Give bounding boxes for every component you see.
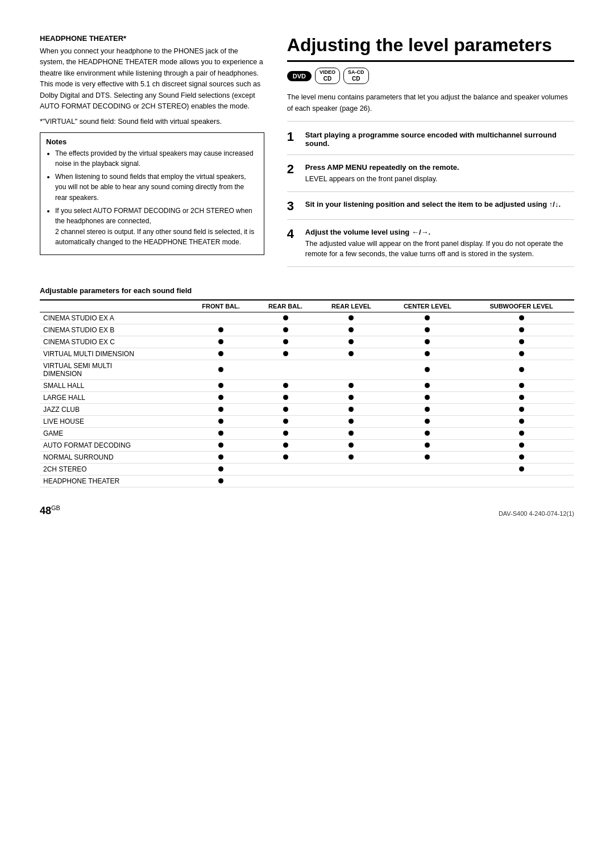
col-header-subwoofer-level: SUBWOOFER LEVEL <box>468 300 574 312</box>
row-cell <box>468 416 574 428</box>
row-cell <box>316 348 386 360</box>
row-cell <box>468 360 574 380</box>
step-4-heading: Adjust the volume level using ←/→. <box>305 228 430 236</box>
dot-icon <box>283 383 288 388</box>
notes-box: Notes The effects provided by the virtua… <box>40 132 264 255</box>
dot-icon <box>519 315 524 320</box>
row-cell <box>387 312 468 324</box>
step-4-body: The adjusted value will appear on the fr… <box>305 239 574 260</box>
dot-icon <box>519 454 524 460</box>
step-2-content: Press AMP MENU repeatedly on the remote.… <box>305 163 574 185</box>
row-label: SMALL HALL <box>40 380 187 392</box>
step-1-content: Start playing a programme source encoded… <box>305 131 574 148</box>
dot-icon <box>218 466 223 471</box>
dot-icon <box>425 407 430 412</box>
row-cell <box>187 464 255 475</box>
table-row: CINEMA STUDIO EX A <box>40 312 574 324</box>
dot-icon <box>218 351 223 356</box>
row-cell <box>255 380 316 392</box>
dot-icon <box>283 339 288 344</box>
row-label: CINEMA STUDIO EX B <box>40 324 187 336</box>
note-item: When listening to sound fields that empl… <box>55 172 258 203</box>
dot-icon <box>425 383 430 388</box>
step-4: 4 Adjust the volume level using ←/→. The… <box>287 228 574 268</box>
table-row: VIRTUAL MULTI DIMENSION <box>40 348 574 360</box>
row-cell <box>255 416 316 428</box>
step-3-number: 3 <box>287 200 300 212</box>
dot-icon <box>425 443 430 448</box>
row-cell <box>187 475 255 487</box>
dot-icon <box>349 395 354 400</box>
row-cell <box>468 440 574 452</box>
row-label: JAZZ CLUB <box>40 404 187 416</box>
dot-icon <box>519 466 524 471</box>
dot-icon <box>519 339 524 344</box>
col-header-label <box>40 300 187 312</box>
dot-icon <box>349 351 354 356</box>
dot-icon <box>218 395 223 400</box>
row-cell <box>187 440 255 452</box>
right-column: Adjusting the level parameters DVD VIDEO… <box>287 34 574 275</box>
dot-icon <box>519 327 524 332</box>
row-label: 2CH STEREO <box>40 464 187 475</box>
dot-icon <box>218 454 223 460</box>
dot-icon <box>425 431 430 436</box>
row-cell <box>387 392 468 404</box>
row-cell <box>187 348 255 360</box>
row-cell <box>316 324 386 336</box>
row-cell <box>187 404 255 416</box>
sa-cd-badge: SA-CD CD <box>343 68 369 84</box>
dot-icon <box>283 395 288 400</box>
intro-text: The level menu contains parameters that … <box>287 92 574 122</box>
table-row: AUTO FORMAT DECODING <box>40 440 574 452</box>
dot-icon <box>519 431 524 436</box>
dot-icon <box>283 443 288 448</box>
row-cell <box>255 464 316 475</box>
dot-icon <box>519 407 524 412</box>
table-row: VIRTUAL SEMI MULTI DIMENSION <box>40 360 574 380</box>
dot-icon <box>519 351 524 356</box>
step-1: 1 Start playing a programme source encod… <box>287 131 574 155</box>
dot-icon <box>519 419 524 424</box>
row-cell <box>255 475 316 487</box>
dot-icon <box>519 443 524 448</box>
table-row: NORMAL SURROUND <box>40 452 574 464</box>
step-4-content: Adjust the volume level using ←/→. The a… <box>305 228 574 260</box>
row-cell <box>468 348 574 360</box>
row-cell <box>387 360 468 380</box>
dot-icon <box>425 339 430 344</box>
dot-icon <box>283 431 288 436</box>
step-1-number: 1 <box>287 131 300 148</box>
dot-icon <box>283 407 288 412</box>
row-cell <box>468 404 574 416</box>
dot-icon <box>349 327 354 332</box>
step-3-heading: Sit in your listening position and selec… <box>305 200 561 208</box>
table-row: GAME <box>40 428 574 440</box>
row-cell <box>387 428 468 440</box>
row-cell <box>387 440 468 452</box>
notes-title: Notes <box>46 137 258 146</box>
dot-icon <box>349 315 354 320</box>
dot-icon <box>349 454 354 460</box>
step-3-content: Sit in your listening position and selec… <box>305 200 574 212</box>
dot-icon <box>283 327 288 332</box>
dot-icon <box>349 383 354 388</box>
dot-icon <box>425 419 430 424</box>
row-label: HEADPHONE THEATER <box>40 475 187 487</box>
table-row: LIVE HOUSE <box>40 416 574 428</box>
row-cell <box>316 428 386 440</box>
dot-icon <box>218 339 223 344</box>
footer-reference: DAV-S400 4-240-074-12(1) <box>499 510 574 517</box>
row-cell <box>468 464 574 475</box>
dot-icon <box>349 419 354 424</box>
page-footer: 48GB DAV-S400 4-240-074-12(1) <box>40 504 574 517</box>
row-cell <box>187 416 255 428</box>
dot-icon <box>349 431 354 436</box>
step-2: 2 Press AMP MENU repeatedly on the remot… <box>287 163 574 192</box>
row-cell <box>387 416 468 428</box>
step-2-body: LEVEL appears on the front panel display… <box>305 174 574 185</box>
dot-icon <box>349 339 354 344</box>
row-cell <box>468 380 574 392</box>
row-label: LARGE HALL <box>40 392 187 404</box>
page-number: 48GB <box>40 504 60 517</box>
